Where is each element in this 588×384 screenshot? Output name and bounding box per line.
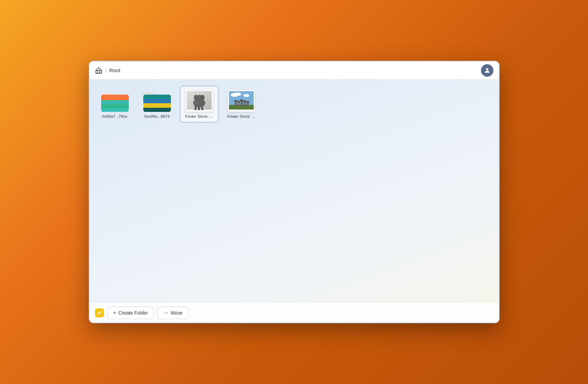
file-grid: 0x83a7...781e	[96, 86, 493, 123]
svg-rect-37	[243, 101, 245, 106]
file-content-area: 0x83a7...781e	[89, 79, 499, 303]
folder-icon	[143, 90, 171, 112]
plus-icon: +	[113, 310, 116, 316]
svg-rect-4	[101, 95, 129, 100]
svg-rect-40	[246, 101, 249, 103]
svg-rect-12	[143, 103, 171, 108]
breadcrumb: / Root	[95, 67, 481, 74]
svg-point-28	[234, 93, 241, 96]
svg-rect-31	[234, 101, 237, 106]
svg-rect-34	[237, 101, 240, 102]
file-item[interactable]: Finder Stock: ...	[180, 86, 219, 123]
create-folder-label: Create Folder	[118, 310, 148, 316]
svg-rect-32	[234, 100, 237, 102]
svg-rect-38	[243, 100, 246, 102]
file-item[interactable]: 0x83a7...781e	[96, 86, 134, 123]
file-item[interactable]: 0xe95e...9673	[138, 86, 176, 123]
file-manager-window: / Root	[89, 61, 500, 323]
move-label: Move	[171, 310, 182, 316]
svg-rect-5	[101, 100, 129, 104]
create-folder-button[interactable]: + Create Folder	[107, 307, 154, 319]
svg-rect-13	[143, 108, 171, 112]
header-bar: / Root	[89, 61, 499, 79]
breadcrumb-separator: /	[105, 68, 107, 73]
svg-rect-10	[143, 95, 171, 99]
arrow-icon: →	[163, 310, 168, 316]
svg-rect-0	[96, 70, 102, 73]
breadcrumb-current: Root	[109, 67, 120, 73]
image-thumbnail	[228, 90, 255, 112]
svg-rect-35	[241, 100, 243, 106]
file-item[interactable]: Finder Stock: ...	[222, 86, 261, 123]
folder-icon	[101, 90, 129, 112]
move-button[interactable]: → Move	[157, 307, 188, 319]
svg-rect-24	[187, 91, 212, 109]
home-icon[interactable]	[95, 67, 103, 74]
select-all-checkbox[interactable]	[95, 308, 104, 317]
svg-rect-6	[101, 104, 129, 108]
svg-rect-11	[143, 99, 171, 103]
svg-rect-33	[238, 102, 240, 106]
file-label: 0x83a7...781e	[102, 114, 127, 119]
svg-point-29	[243, 94, 249, 97]
account-avatar-button[interactable]	[481, 64, 493, 77]
file-label: Finder Stock: ...	[185, 114, 213, 119]
file-label: Finder Stock: ...	[227, 114, 255, 119]
svg-rect-7	[101, 108, 129, 112]
image-thumbnail	[185, 90, 213, 112]
file-label: 0xe95e...9673	[144, 114, 170, 119]
footer-toolbar: + Create Folder → Move	[89, 303, 499, 323]
svg-point-1	[486, 68, 488, 70]
svg-rect-36	[240, 99, 243, 101]
